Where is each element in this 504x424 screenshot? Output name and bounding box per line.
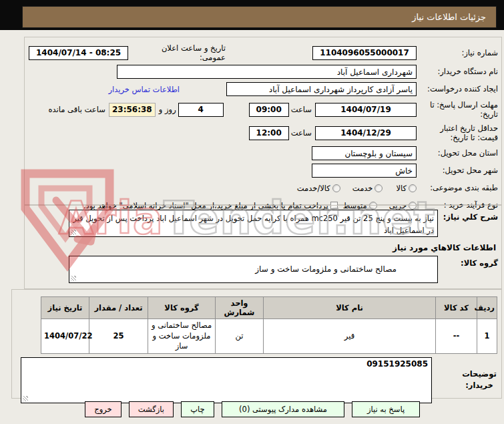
remaining-days-field: 4 — [178, 103, 224, 117]
goods-table: ردیف کد کالا نام کالا واحد شمارش گروه کا… — [41, 296, 497, 354]
row-goods-group: گروه کالا: مصالح ساختمانی و ملزومات ساخت… — [29, 256, 498, 283]
cell-unit: تن — [216, 319, 264, 354]
response-deadline-time-field[interactable]: 09:00 — [249, 103, 289, 117]
col-need-date: تاریخ نیاز — [41, 297, 89, 319]
col-quantity: تعداد / مقدار — [89, 297, 148, 319]
row-need-number: شماره نیاز: 1104096055000017 تاریخ و ساع… — [29, 43, 498, 62]
resize-handle-icon[interactable] — [71, 230, 76, 235]
row-buyer-notes: توضیحات خریدار: 09151925085 — [12, 357, 501, 403]
need-description-text: نیاز به بیست و پنج 25 تن قیر mc250 همراه… — [73, 212, 434, 237]
request-creator-field[interactable]: یاسر آزادی کارپرداز شهرداری اسماعیل آباد — [226, 82, 417, 96]
radio-goods-service[interactable] — [332, 184, 340, 192]
countdown-timer: 23:56:38 — [109, 103, 156, 117]
print-button[interactable]: چاپ — [181, 401, 214, 417]
goods-table-row: 1 -- قیر تن مصالح ساختمانی و ملزومات ساخ… — [41, 319, 497, 354]
need-details-window: جزئیات اطلاعات نیاز شماره نیاز: 11040960… — [0, 0, 504, 424]
exit-button[interactable]: خروج — [85, 401, 121, 417]
row-buyer-org: نام دستگاه خریدار: شهرداری اسماعیل آباد — [29, 64, 498, 79]
goods-group-field[interactable]: مصالح ساختمانی و ملزومات ساخت و ساز — [69, 256, 438, 283]
buyer-notes-field[interactable]: 09151925085 — [21, 357, 432, 403]
response-deadline-date-field[interactable]: 1404/07/19 — [315, 103, 417, 117]
col-item-code: کد کالا — [436, 297, 477, 319]
price-validity-date-field[interactable]: 1404/12/29 — [315, 126, 417, 140]
announce-datetime-field[interactable]: 1404/07/14 - 08:25 — [29, 46, 128, 60]
buyer-contact-link[interactable]: اطلاعات تماس خریدار — [108, 85, 180, 94]
radio-goods-service-label: کالا/خدمت — [297, 184, 330, 193]
resize-handle-icon[interactable] — [71, 276, 76, 281]
col-item-name: نام کالا — [264, 297, 436, 319]
price-validity-time-field[interactable]: 12:00 — [249, 126, 289, 140]
resize-handle-icon[interactable] — [23, 396, 28, 401]
radio-goods[interactable] — [409, 184, 417, 192]
row-need-description: شرح کلي نیاز: نیاز به بیست و پنج 25 تن ق… — [29, 210, 498, 237]
remaining-days-label: روز و — [159, 105, 176, 114]
row-response-deadline: مهلت ارسال پاسخ: تا تاریخ: 1404/07/19 سا… — [29, 99, 498, 120]
row-price-validity: حداقل تاریخ اعتبار قیمت: تا تاریخ: 1404/… — [29, 122, 498, 144]
need-description-field[interactable]: نیاز به بیست و پنج 25 تن قیر mc250 همراه… — [69, 210, 438, 237]
goods-table-header-row: ردیف کد کالا نام کالا واحد شمارش گروه کا… — [41, 297, 497, 319]
cell-item-group: مصالح ساختمانی و ملزومات ساخت و ساز — [148, 319, 216, 354]
col-row-index: ردیف — [477, 297, 497, 319]
deadline-hour-label: ساعت — [291, 105, 312, 114]
view-attachments-button[interactable]: مشاهده مدارک پیوستی (0) — [222, 401, 344, 417]
response-deadline-label: مهلت ارسال پاسخ: تا تاریخ: — [417, 100, 498, 120]
row-request-creator: ایجاد کننده درخواست: یاسر آزادی کارپرداز… — [29, 81, 498, 97]
goods-group-label: گروه کالا: — [438, 256, 498, 268]
buyer-org-field[interactable]: شهرداری اسماعیل آباد — [117, 65, 417, 79]
cell-quantity: 25 — [89, 319, 148, 354]
delivery-province-label: استان محل تحویل: — [417, 148, 498, 158]
subject-classification-label: طبقه بندی موضوعی: — [417, 183, 498, 192]
need-number-label: شماره نیاز: — [417, 48, 498, 57]
delivery-city-label: شهر محل تحویل: — [417, 166, 498, 175]
row-subject-classification: طبقه بندی موضوعی: کالا خدمت کالا/خدمت — [29, 180, 498, 196]
goods-section-heading: اطلاعات کالاهاي مورد نیاز — [29, 237, 498, 254]
need-number-field[interactable]: 1104096055000017 — [312, 46, 417, 60]
buyer-notes-text: 09151925085 — [25, 359, 428, 369]
row-delivery-province: استان محل تحویل: سیستان و بلوچستان — [29, 146, 498, 161]
need-description-label: شرح کلي نیاز: — [438, 210, 498, 222]
cell-item-code: -- — [436, 319, 477, 354]
col-unit: واحد شمارش — [216, 297, 264, 319]
col-item-group: گروه کالا — [148, 297, 216, 319]
delivery-province-field[interactable]: سیستان و بلوچستان — [312, 146, 417, 160]
goods-panel: ردیف کد کالا نام کالا واحد شمارش گروه کا… — [11, 289, 502, 399]
description-panel: شرح کلي نیاز: نیاز به بیست و پنج 25 تن ق… — [24, 205, 502, 289]
page-title: جزئیات اطلاعات نیاز — [22, 6, 497, 28]
radio-service[interactable] — [374, 184, 383, 192]
buyer-notes-label: توضیحات خریدار: — [432, 369, 501, 392]
request-creator-label: ایجاد کننده درخواست: — [417, 84, 498, 93]
respond-to-need-button[interactable]: پاسخ به نیاز — [352, 401, 420, 417]
cell-row-index: 1 — [477, 319, 497, 354]
radio-service-label: خدمت — [352, 184, 373, 193]
cell-item-name: قیر — [264, 319, 436, 354]
row-delivery-city: شهر محل تحویل: خاش — [29, 163, 498, 178]
delivery-city-field[interactable]: خاش — [312, 164, 417, 178]
buyer-org-label: نام دستگاه خریدار: — [417, 67, 498, 76]
remaining-hours-label: ساعت باقی مانده — [49, 105, 105, 114]
price-validity-label: حداقل تاریخ اعتبار قیمت: تا تاریخ: — [417, 124, 498, 143]
goods-group-text: مصالح ساختمانی و ملزومات ساخت و ساز — [73, 264, 434, 275]
radio-goods-label: کالا — [396, 184, 407, 193]
need-info-panel: شماره نیاز: 1104096055000017 تاریخ و ساع… — [24, 37, 502, 205]
top-frame: جزئیات اطلاعات نیاز — [0, 0, 504, 30]
action-button-bar: پاسخ به نیاز مشاهده مدارک پیوستی (0) چاپ… — [85, 401, 420, 417]
validity-hour-label: ساعت — [291, 128, 312, 138]
announce-datetime-label: تاریخ و ساعت اعلان عمومی: — [134, 43, 226, 62]
cell-need-date: 1404/07/22 — [41, 319, 89, 354]
back-button[interactable]: بازگشت — [129, 401, 174, 417]
